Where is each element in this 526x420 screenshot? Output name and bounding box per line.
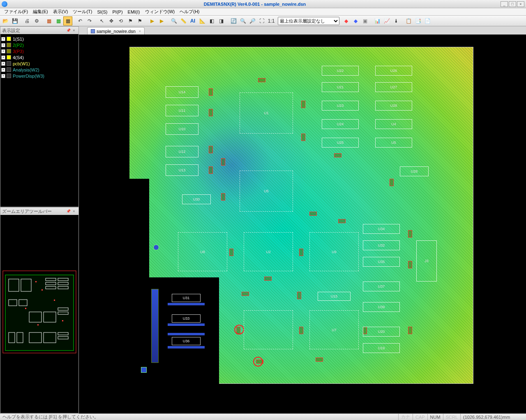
- tree-item[interactable]: +4(S4): [1, 54, 78, 60]
- zoom-thumbnail[interactable]: [0, 215, 78, 413]
- panel-close2-icon[interactable]: ×: [71, 208, 77, 214]
- layer-select[interactable]: 最上位表示層設定なし: [278, 17, 339, 25]
- component-U24[interactable]: U24: [322, 119, 359, 129]
- component-U28[interactable]: U28: [375, 101, 412, 111]
- color1-icon[interactable]: ◆: [341, 16, 351, 25]
- pointer-icon[interactable]: ↖: [97, 16, 106, 25]
- layer2-icon[interactable]: ▦: [54, 16, 63, 25]
- tree-item[interactable]: +2(P2): [1, 42, 78, 48]
- report1-icon[interactable]: 📋: [404, 16, 413, 25]
- search-icon[interactable]: 🔍: [169, 16, 178, 25]
- menu-help[interactable]: ヘルプ(H): [177, 9, 202, 15]
- redo-icon[interactable]: ↷: [85, 16, 94, 25]
- print-icon[interactable]: 🖨: [23, 16, 32, 25]
- component-U2[interactable]: U2: [244, 232, 293, 271]
- component-U27[interactable]: U27: [375, 82, 412, 92]
- component-U22[interactable]: U22: [322, 66, 359, 76]
- panel-close-icon[interactable]: ×: [71, 28, 77, 33]
- document-tab[interactable]: sample_nowire.dsn ×: [87, 27, 145, 35]
- pcb-canvas[interactable]: U1U5U2U8U9U7U14U11U10U12U13U30U22U21U23U…: [79, 35, 526, 413]
- component-U19[interactable]: U19: [363, 343, 400, 353]
- pin-icon[interactable]: 📌: [65, 28, 71, 33]
- zoom-in-icon[interactable]: 🔍: [238, 16, 247, 25]
- component-U25[interactable]: U25: [322, 138, 359, 148]
- component-U20[interactable]: U20: [363, 327, 400, 337]
- menu-edit[interactable]: 編集(E): [30, 9, 51, 15]
- tab-close-icon[interactable]: ×: [139, 29, 141, 33]
- component-U31[interactable]: U31: [172, 294, 201, 302]
- fit-icon[interactable]: ⛶: [257, 16, 266, 25]
- heat-icon[interactable]: 🌡: [392, 16, 401, 25]
- component-U26[interactable]: U26: [375, 66, 412, 76]
- component-U32[interactable]: U32: [363, 240, 400, 250]
- run-icon[interactable]: ▶: [148, 16, 157, 25]
- text-ai-icon[interactable]: AI: [188, 16, 197, 25]
- run2-icon[interactable]: ▶: [157, 16, 166, 25]
- zoom-out-icon[interactable]: 🔎: [248, 16, 257, 25]
- component-U12[interactable]: U12: [166, 146, 198, 157]
- menu-emi[interactable]: EMI(I): [125, 9, 143, 14]
- component-U36[interactable]: U36: [172, 337, 201, 345]
- component-U1[interactable]: U1: [240, 92, 293, 134]
- component-U5[interactable]: U5: [240, 171, 293, 212]
- chart1-icon[interactable]: 📊: [373, 16, 382, 25]
- component-U30[interactable]: U30: [182, 194, 211, 204]
- component-U23[interactable]: U23: [322, 101, 359, 111]
- chart2-icon[interactable]: 📈: [382, 16, 391, 25]
- component-U39[interactable]: U39: [363, 302, 400, 312]
- tool6-icon[interactable]: ◨: [217, 16, 226, 25]
- report3-icon[interactable]: 📄: [423, 16, 432, 25]
- component-J3[interactable]: J3: [416, 240, 437, 282]
- color3-icon[interactable]: ▣: [360, 16, 369, 25]
- tree-item[interactable]: +pcb(W1): [1, 60, 78, 67]
- menu-window[interactable]: ウィンドウ(W): [143, 9, 178, 15]
- layer1-icon[interactable]: ▦: [44, 16, 53, 25]
- tool5-icon[interactable]: ◧: [207, 16, 216, 25]
- component-U34[interactable]: U34: [363, 224, 400, 234]
- minimize-button[interactable]: _: [501, 1, 508, 7]
- component-U33[interactable]: U33: [172, 314, 201, 323]
- flag2-icon[interactable]: ⚑: [135, 16, 144, 25]
- menu-si[interactable]: SI(S): [95, 9, 110, 14]
- component-U11[interactable]: U11: [166, 105, 198, 116]
- component-U35[interactable]: U35: [363, 257, 400, 267]
- component-U13[interactable]: U13: [166, 164, 198, 176]
- menu-pi[interactable]: PI(P): [110, 9, 125, 14]
- component-U28b[interactable]: U28: [400, 166, 429, 176]
- color2-icon[interactable]: ◆: [351, 16, 360, 25]
- move-icon[interactable]: ✥: [107, 16, 116, 25]
- ruler-icon[interactable]: 📐: [198, 16, 207, 25]
- component-U7[interactable]: U7: [309, 310, 359, 349]
- close-button[interactable]: ×: [517, 1, 524, 7]
- layer-tree[interactable]: +1(S1)+2(P2)+3(P3)+4(S4)+pcb(W1)+Analysi…: [0, 34, 78, 207]
- open-icon[interactable]: 📂: [1, 16, 10, 25]
- grid-icon[interactable]: ▦: [63, 16, 72, 25]
- rotate-icon[interactable]: ⟲: [116, 16, 125, 25]
- settings-icon[interactable]: ⚙: [32, 16, 41, 25]
- measure-icon[interactable]: 📏: [179, 16, 188, 25]
- component-U8[interactable]: U8: [178, 232, 227, 271]
- component-U37[interactable]: U37: [363, 282, 400, 291]
- refresh-icon[interactable]: 🔄: [229, 16, 238, 25]
- menu-tool[interactable]: ツール(T): [70, 9, 95, 15]
- tree-item[interactable]: +1(S1): [1, 36, 78, 42]
- component-U9[interactable]: U9: [309, 232, 359, 271]
- 1to1-icon[interactable]: 1:1: [267, 16, 276, 25]
- undo-icon[interactable]: ↶: [76, 16, 85, 25]
- flag1-icon[interactable]: ⚑: [126, 16, 135, 25]
- component-U14[interactable]: U14: [166, 86, 198, 98]
- component-U21[interactable]: U21: [322, 82, 359, 92]
- pin2-icon[interactable]: 📌: [65, 208, 71, 214]
- save-icon[interactable]: 💾: [10, 16, 19, 25]
- component-anon[interactable]: [244, 310, 293, 349]
- tree-item[interactable]: +Analysis(W2): [1, 67, 78, 73]
- menu-view[interactable]: 表示(V): [51, 9, 71, 15]
- component-U5b[interactable]: U5: [375, 138, 412, 148]
- tree-item[interactable]: +3(P3): [1, 48, 78, 54]
- component-U4[interactable]: U4: [375, 119, 412, 129]
- tree-item[interactable]: +PowerDisp(W3): [1, 73, 78, 79]
- maximize-button[interactable]: □: [509, 1, 516, 7]
- report2-icon[interactable]: 📑: [413, 16, 422, 25]
- component-U10[interactable]: U10: [166, 123, 198, 135]
- component-U15[interactable]: U15: [318, 292, 351, 301]
